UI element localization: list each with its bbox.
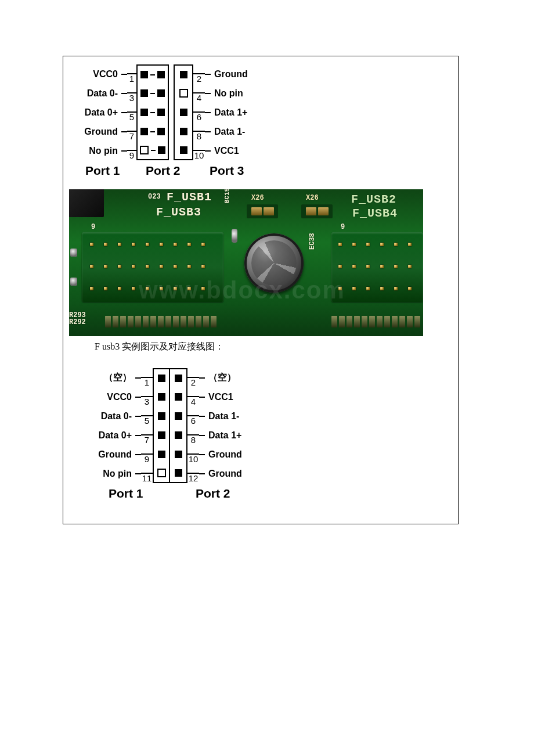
pin-number-left: 5 bbox=[141, 415, 153, 426]
pin-filled-icon bbox=[180, 146, 187, 154]
pin-filled-icon bbox=[158, 146, 165, 154]
pin-label-left: Data 0+ bbox=[75, 107, 121, 118]
pin-filled-icon bbox=[157, 109, 165, 116]
port1-label: Port 1 bbox=[109, 487, 196, 501]
pin-row: Ground910Ground bbox=[89, 445, 452, 464]
pinout-diagram-usb-3col: VCC012GroundData 0-34No pinData 0+56Data… bbox=[75, 64, 452, 178]
pin-number-right: 10 bbox=[187, 453, 199, 464]
pin-label-right: Ground bbox=[205, 469, 242, 479]
pin-filled-icon bbox=[180, 128, 187, 135]
pin-row: Data 0-56Data 1- bbox=[89, 406, 452, 426]
pin-label-right: No pin bbox=[211, 88, 243, 99]
smd-row bbox=[105, 316, 217, 327]
silk-fusb3: F_USB3 bbox=[156, 206, 201, 219]
pin-filled-icon bbox=[158, 451, 165, 458]
pin-label-right: Data 1- bbox=[211, 127, 245, 137]
pin-label-right: （空） bbox=[205, 372, 236, 384]
pin-cell bbox=[136, 84, 169, 103]
port2-label: Port 2 bbox=[146, 164, 210, 178]
silk-023: 023 bbox=[148, 193, 161, 201]
smd-row bbox=[331, 316, 420, 327]
pin-label-right: Ground bbox=[211, 69, 248, 80]
pin-label-left: （空） bbox=[89, 372, 135, 384]
pin-cell bbox=[170, 464, 187, 483]
pin-filled-icon bbox=[180, 109, 187, 116]
port-labels-row: Port 1 Port 2 bbox=[89, 487, 452, 501]
pin-filled-icon bbox=[175, 451, 182, 458]
pin-filled-icon bbox=[175, 469, 182, 477]
pin-filled-icon bbox=[180, 71, 187, 78]
pin-number-right: 4 bbox=[193, 92, 205, 103]
pin-empty-icon bbox=[179, 89, 188, 98]
pin-row: Data 0+78Data 1+ bbox=[89, 426, 452, 445]
solder-pad bbox=[70, 278, 77, 286]
watermark: www.bdocx.com bbox=[139, 276, 345, 304]
pin-cell bbox=[174, 122, 193, 141]
pin-label-right: Data 1+ bbox=[205, 430, 241, 441]
pin-number-right: 8 bbox=[193, 131, 205, 141]
pin-filled-icon bbox=[158, 412, 165, 420]
pin-number-left: 7 bbox=[141, 434, 153, 445]
pin-cell bbox=[174, 141, 193, 160]
pin-number-right: 10 bbox=[193, 150, 205, 160]
pin-row: Data 0+56Data 1+ bbox=[75, 103, 452, 122]
pin-number-right: 4 bbox=[187, 396, 199, 406]
pin-cell bbox=[153, 406, 170, 426]
pin-row: VCC012Ground bbox=[75, 64, 452, 84]
pin-filled-icon bbox=[158, 431, 165, 439]
pin-number-left: 7 bbox=[127, 131, 136, 141]
pin-cell bbox=[153, 445, 170, 464]
port3-label: Port 3 bbox=[210, 164, 244, 178]
pin-filled-icon bbox=[140, 89, 148, 97]
pin-row: Data 0-34No pin bbox=[75, 84, 452, 103]
pin-number-left: 1 bbox=[127, 73, 136, 84]
silk-x26a: X26 bbox=[251, 194, 264, 202]
pin-label-left: VCC0 bbox=[89, 392, 135, 402]
pin-filled-icon bbox=[175, 431, 182, 439]
pin-row: No pin1112Ground bbox=[89, 464, 452, 483]
silk-fusb2: F_USB2 bbox=[351, 193, 396, 206]
pin-filled-icon bbox=[175, 393, 182, 401]
pin-empty-icon bbox=[140, 146, 149, 154]
silk-fusb1: F_USB1 bbox=[167, 190, 212, 204]
solder-pad bbox=[232, 229, 237, 243]
silk-x26b: X26 bbox=[306, 194, 319, 202]
pin-filled-icon bbox=[175, 412, 182, 420]
pin-number-left: 9 bbox=[127, 150, 136, 160]
pin-label-left: No pin bbox=[75, 146, 121, 156]
pin-filled-icon bbox=[157, 71, 165, 78]
silk-nine-a: 9 bbox=[91, 223, 95, 231]
pin-filled-icon bbox=[140, 128, 148, 135]
pin-label-right: VCC1 bbox=[211, 146, 239, 156]
silk-fusb4: F_USB4 bbox=[352, 207, 398, 220]
pin-cell bbox=[153, 426, 170, 445]
pin-cell bbox=[170, 426, 187, 445]
pin-filled-icon bbox=[158, 393, 165, 401]
component-x26-b bbox=[301, 204, 333, 218]
silk-nine-b: 9 bbox=[341, 223, 345, 231]
pin-filled-icon bbox=[140, 71, 148, 78]
pin-number-right: 6 bbox=[187, 415, 199, 426]
pin-number-left: 5 bbox=[127, 111, 136, 122]
pin-cell bbox=[153, 368, 170, 387]
component-x26-a bbox=[247, 204, 278, 218]
pcb-photo: 023 F_USB1 F_USB3 F_USB2 F_USB4 BC19 EC3… bbox=[69, 189, 423, 336]
pin-number-right: 2 bbox=[193, 73, 205, 84]
pin-row: Ground78Data 1- bbox=[75, 122, 452, 141]
pin-number-left: 3 bbox=[141, 396, 153, 406]
page-frame: VCC012GroundData 0-34No pinData 0+56Data… bbox=[63, 56, 459, 524]
silk-bc19: BC19 bbox=[223, 189, 230, 203]
ic-chip bbox=[69, 189, 104, 217]
pin-label-left: VCC0 bbox=[75, 69, 121, 80]
pin-label-left: Data 0+ bbox=[89, 430, 135, 441]
pinout-diagram-usb-2col: （空）12（空）VCC034VCC1Data 0-56Data 1-Data 0… bbox=[89, 368, 452, 501]
solder-pad bbox=[70, 249, 77, 257]
port-labels-row: Port 1 Port 2 Port 3 bbox=[75, 164, 452, 178]
pin-number-left: 3 bbox=[127, 92, 136, 103]
pin-filled-icon bbox=[175, 375, 182, 382]
pin-cell bbox=[174, 84, 193, 103]
pin-row: No pin910VCC1 bbox=[75, 141, 452, 160]
pin-cell bbox=[136, 141, 169, 160]
pin-cell bbox=[153, 464, 170, 483]
pin-label-left: Data 0- bbox=[75, 88, 121, 99]
